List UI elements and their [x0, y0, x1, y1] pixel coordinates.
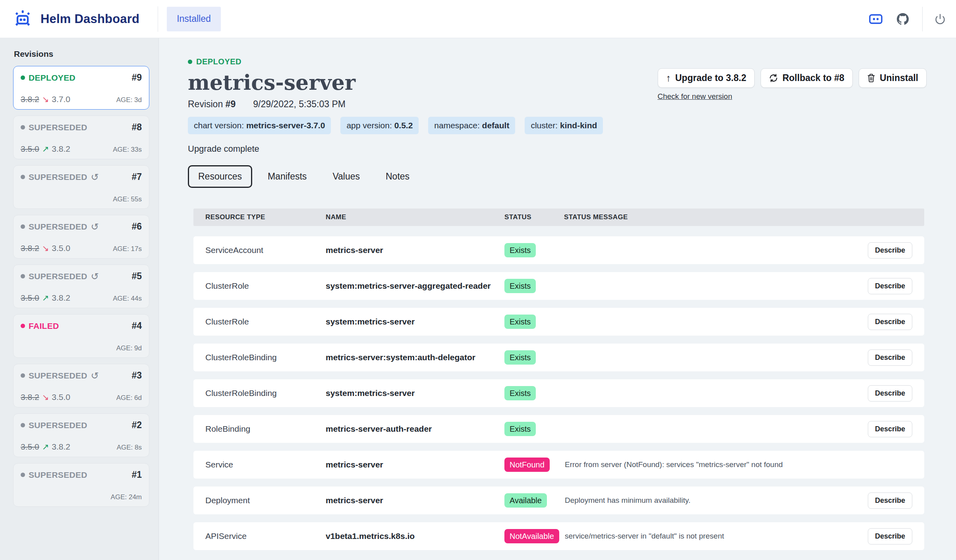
describe-button[interactable]: Describe [868, 278, 912, 294]
power-icon[interactable] [935, 14, 946, 25]
revision-status-label: SUPERSEDED [29, 272, 87, 281]
header-divider [158, 6, 158, 32]
describe-button[interactable]: Describe [868, 385, 912, 402]
trend-arrow-icon: ↗ [42, 442, 49, 452]
revision-version-change: 3.8.2 ↘ 3.5.0 [21, 392, 70, 402]
revision-new-version: 3.7.0 [52, 95, 70, 104]
describe-button[interactable]: Describe [868, 528, 912, 545]
revision-card[interactable]: SUPERSEDED ↺ #7 AGE: 55s [13, 165, 149, 209]
uninstall-button[interactable]: Uninstall [859, 68, 927, 88]
table-row: Deployment metrics-server Available Depl… [193, 487, 924, 514]
describe-button[interactable]: Describe [868, 242, 912, 259]
resources-table-header: RESOURCE TYPE NAME STATUS STATUS MESSAGE [193, 209, 924, 226]
metadata-badge: namespace: default [428, 117, 515, 134]
revision-card[interactable]: SUPERSEDED ↺ #6 3.8.2 ↘ 3.5.0 AGE: 17s [13, 215, 149, 259]
revision-card[interactable]: DEPLOYED #9 3.8.2 ↘ 3.7.0 AGE: 3d [13, 66, 149, 110]
revision-status-dot-icon [21, 473, 25, 477]
revision-status-label: SUPERSEDED [29, 470, 87, 480]
revision-new-version: 3.8.2 [52, 144, 70, 154]
revision-card[interactable]: SUPERSEDED #1 AGE: 24m [13, 463, 149, 507]
table-row: ClusterRoleBinding system:metrics-server… [193, 379, 924, 407]
resource-status-message: Deployment has minimum availability. [564, 496, 854, 505]
resource-status-message: Error from server (NotFound): services "… [564, 460, 854, 469]
release-date: 9/29/2022, 5:35:03 PM [253, 99, 346, 110]
trend-arrow-icon: ↗ [42, 293, 49, 303]
check-new-version-link[interactable]: Check for new version [658, 92, 732, 101]
tab-values[interactable]: Values [322, 165, 370, 188]
resource-name: v1beta1.metrics.k8s.io [326, 531, 504, 541]
rollback-sync-icon [769, 73, 778, 83]
rollback-button[interactable]: Rollback to #8 [761, 68, 853, 88]
resource-type: RoleBinding [205, 424, 326, 434]
metadata-badge: app version: 0.5.2 [340, 117, 419, 134]
resource-name: system:metrics-server-aggregated-reader [326, 281, 504, 291]
revisions-sidebar: Revisions DEPLOYED #9 3.8.2 ↘ 3.7.0 AGE:… [0, 38, 159, 560]
revision-old-version: 3.5.0 [21, 442, 39, 452]
revision-version-change: 3.8.2 ↘ 3.7.0 [21, 95, 70, 104]
tab-manifests[interactable]: Manifests [257, 165, 317, 188]
revision-card[interactable]: SUPERSEDED #8 3.5.0 ↗ 3.8.2 AGE: 33s [13, 116, 149, 159]
revision-status-label: SUPERSEDED [29, 371, 87, 380]
revision-age: AGE: 44s [113, 295, 142, 303]
revision-new-version: 3.8.2 [52, 293, 70, 303]
trash-icon [867, 73, 875, 83]
revision-age: AGE: 8s [117, 444, 142, 452]
revision-status-label: SUPERSEDED [29, 172, 87, 182]
trend-arrow-icon: ↘ [42, 392, 49, 402]
release-title: metrics-server [188, 70, 603, 95]
revision-card[interactable]: FAILED #4 AGE: 9d [13, 314, 149, 358]
rollback-arrow-icon: ↺ [91, 371, 99, 380]
describe-button[interactable]: Describe [868, 314, 912, 330]
upgrade-button[interactable]: ↑ Upgrade to 3.8.2 [658, 68, 755, 88]
revision-old-version: 3.8.2 [21, 243, 39, 253]
metadata-badge: cluster: kind-kind [525, 117, 603, 134]
col-resource-type: RESOURCE TYPE [205, 213, 326, 221]
revision-age: AGE: 17s [113, 245, 142, 253]
revision-status-dot-icon [21, 75, 25, 80]
resource-name: metrics-server [326, 496, 504, 505]
resource-name: metrics-server [326, 245, 504, 255]
resource-status-message: service/metrics-server in "default" is n… [564, 532, 854, 541]
release-status: DEPLOYED [188, 57, 603, 66]
upgrade-arrow-icon: ↑ [666, 72, 671, 84]
table-row: Service metrics-server NotFound Error fr… [193, 451, 924, 479]
resource-type: Deployment [205, 496, 326, 505]
table-row: ClusterRole system:metrics-server Exists… [193, 308, 924, 336]
table-row: ClusterRole system:metrics-server-aggreg… [193, 272, 924, 300]
nav-tab-installed[interactable]: Installed [167, 7, 221, 31]
resources-table-body: ServiceAccount metrics-server Exists Des… [193, 236, 924, 550]
resource-type: ServiceAccount [205, 245, 326, 255]
revision-new-version: 3.5.0 [52, 243, 70, 253]
resource-status-badge: Exists [504, 243, 536, 257]
revision-number: #9 [131, 72, 142, 83]
contexts-icon[interactable] [869, 14, 883, 25]
revision-old-version: 3.8.2 [21, 392, 39, 402]
revision-status-label: SUPERSEDED [29, 222, 87, 232]
revision-new-version: 3.5.0 [52, 392, 70, 402]
revision-number: #3 [131, 370, 142, 381]
revision-status-label: SUPERSEDED [29, 421, 87, 430]
revision-number: #6 [131, 221, 142, 232]
revision-card[interactable]: SUPERSEDED ↺ #5 3.5.0 ↗ 3.8.2 AGE: 44s [13, 265, 149, 308]
revision-status-dot-icon [21, 274, 25, 278]
revision-age: AGE: 3d [116, 96, 142, 104]
tab-resources[interactable]: Resources [188, 165, 252, 188]
revision-card[interactable]: SUPERSEDED ↺ #3 3.8.2 ↘ 3.5.0 AGE: 6d [13, 364, 149, 407]
describe-button[interactable]: Describe [868, 350, 912, 366]
detail-tabs: Resources Manifests Values Notes [188, 165, 927, 188]
revision-status-dot-icon [21, 324, 25, 328]
rollback-arrow-icon: ↺ [91, 272, 99, 281]
header-divider [922, 7, 923, 31]
resource-type: ClusterRole [205, 281, 326, 291]
tab-notes[interactable]: Notes [375, 165, 420, 188]
revision-old-version: 3.5.0 [21, 144, 39, 154]
describe-button[interactable]: Describe [868, 421, 912, 437]
metadata-badge: chart version: metrics-server-3.7.0 [188, 117, 331, 134]
describe-button[interactable]: Describe [868, 492, 912, 509]
helm-dashboard-logo-icon [13, 9, 33, 29]
table-row: RoleBinding metrics-server-auth-reader E… [193, 415, 924, 443]
revision-card[interactable]: SUPERSEDED #2 3.5.0 ↗ 3.8.2 AGE: 8s [13, 413, 149, 457]
revision-number: #5 [131, 271, 142, 282]
github-icon[interactable] [897, 13, 909, 25]
release-detail-panel: DEPLOYED metrics-server Revision #9 9/29… [159, 38, 956, 560]
